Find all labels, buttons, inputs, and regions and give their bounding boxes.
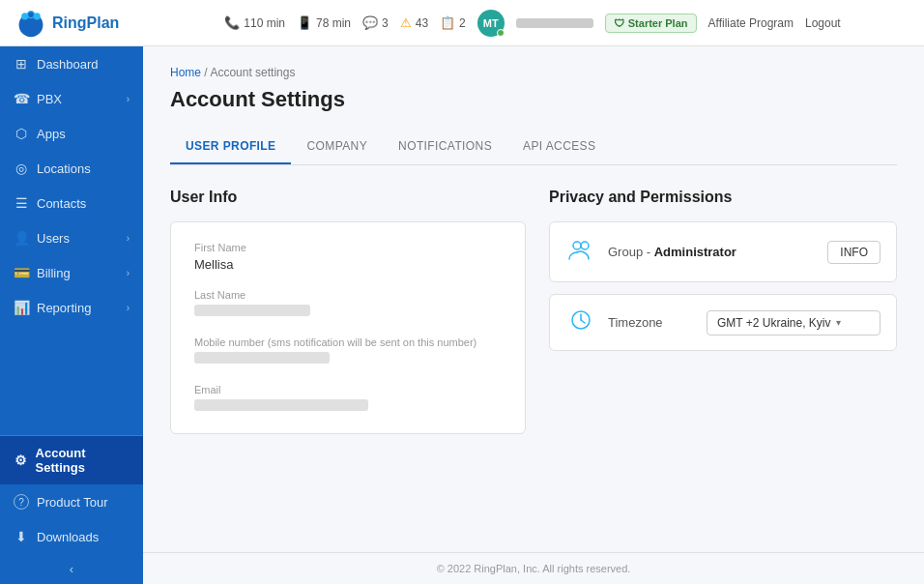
- sidebar-item-product-tour[interactable]: ? Product Tour: [0, 484, 143, 519]
- logo-text: RingPlan: [52, 15, 119, 32]
- content: Home / Account settings Account Settings…: [143, 46, 924, 584]
- last-name-blur: [194, 305, 310, 316]
- sidebar-item-pbx[interactable]: ☎ PBX ›: [0, 81, 143, 116]
- message-icon: 📋: [440, 15, 455, 30]
- last-name-value: [194, 305, 502, 319]
- contacts-icon: ☰: [14, 195, 29, 211]
- dashboard-icon: ⊞: [14, 56, 29, 72]
- sidebar-item-label: Dashboard: [37, 57, 99, 72]
- call-out-icon: 📱: [297, 15, 312, 30]
- users-icon: 👤: [14, 230, 29, 246]
- stat-calls-in-value: 110 min: [244, 16, 285, 30]
- breadcrumb-home[interactable]: Home: [170, 66, 201, 79]
- chevron-right-icon: ›: [127, 303, 130, 313]
- sidebar-item-label: Users: [37, 231, 70, 246]
- chevron-right-icon: ›: [127, 233, 130, 244]
- privacy-section: Privacy and Permissions Gr: [549, 189, 897, 363]
- sidebar-collapse-button[interactable]: ‹: [0, 554, 143, 584]
- sidebar-item-label: Contacts: [37, 196, 86, 211]
- chevron-down-icon: ▾: [836, 317, 841, 328]
- mobile-label: Mobile number (sms notification will be …: [194, 336, 502, 348]
- timezone-item: Timezone GMT +2 Ukraine, Kyiv ▾: [549, 294, 897, 351]
- svg-point-4: [573, 242, 581, 249]
- sidebar-item-dashboard[interactable]: ⊞ Dashboard: [0, 46, 143, 81]
- sidebar: ⊞ Dashboard ☎ PBX › ⬡ Apps ◎ Locations ☰…: [0, 46, 143, 584]
- last-name-field: Last Name: [194, 289, 502, 319]
- sidebar-item-locations[interactable]: ◎ Locations: [0, 151, 143, 186]
- breadcrumb-separator: /: [204, 66, 207, 79]
- pbx-icon: ☎: [14, 91, 29, 106]
- avatar[interactable]: MT: [477, 10, 505, 37]
- sidebar-item-apps[interactable]: ⬡ Apps: [0, 116, 143, 151]
- plan-label: Starter Plan: [628, 17, 688, 29]
- page-title: Account Settings: [170, 87, 897, 112]
- footer: © 2022 RingPlan, Inc. All rights reserve…: [143, 552, 924, 584]
- location-icon: ◎: [14, 161, 29, 176]
- sidebar-item-billing[interactable]: 💳 Billing ›: [0, 255, 143, 290]
- plan-badge[interactable]: 🛡 Starter Plan: [605, 14, 697, 33]
- user-name: [516, 18, 593, 28]
- sidebar-item-downloads[interactable]: ⬇ Downloads: [0, 519, 143, 554]
- user-info-section: User Info First Name Mellisa Last Name: [170, 189, 526, 434]
- sidebar-item-label: Downloads: [37, 530, 99, 544]
- svg-point-5: [581, 242, 589, 249]
- breadcrumb-current: Account settings: [210, 66, 295, 79]
- stat-messages-value: 2: [459, 16, 466, 30]
- sidebar-item-contacts[interactable]: ☰ Contacts: [0, 186, 143, 220]
- alert-icon: ⚠: [400, 15, 412, 30]
- sidebar-item-account-settings[interactable]: ⚙ Account Settings: [0, 436, 143, 484]
- tab-notifications[interactable]: NOTIFICATIONS: [383, 130, 507, 164]
- sidebar-item-users[interactable]: 👤 Users ›: [0, 220, 143, 255]
- first-name-field: First Name Mellisa: [194, 242, 502, 272]
- stat-calls-out: 📱 78 min: [297, 15, 351, 30]
- affiliate-link[interactable]: Affiliate Program: [708, 16, 794, 30]
- sidebar-item-label: Product Tour: [37, 495, 107, 510]
- tab-user-profile[interactable]: USER PROFILE: [170, 130, 291, 164]
- mobile-blur: [194, 352, 330, 364]
- stat-voicemail: 💬 3: [362, 15, 389, 30]
- mobile-field: Mobile number (sms notification will be …: [194, 336, 502, 366]
- reporting-icon: 📊: [14, 300, 29, 315]
- two-col-layout: User Info First Name Mellisa Last Name: [170, 189, 897, 434]
- logo: RingPlan: [15, 8, 141, 39]
- avatar-initials: MT: [483, 17, 499, 29]
- download-icon: ⬇: [14, 529, 29, 544]
- sidebar-item-label: Apps: [37, 127, 66, 141]
- stat-alerts: ⚠ 43: [400, 15, 428, 30]
- tab-company[interactable]: COMPANY: [291, 130, 383, 164]
- stat-calls-out-value: 78 min: [316, 16, 351, 30]
- sidebar-item-label: Reporting: [37, 301, 91, 315]
- user-info-card: First Name Mellisa Last Name Mobile numb…: [170, 221, 526, 434]
- content-inner: Home / Account settings Account Settings…: [143, 46, 924, 552]
- collapse-icon: ‹: [70, 562, 73, 576]
- svg-point-3: [34, 13, 41, 19]
- first-name-label: First Name: [194, 242, 502, 253]
- apps-icon: ⬡: [14, 126, 29, 141]
- user-info-title: User Info: [170, 189, 526, 206]
- timezone-select[interactable]: GMT +2 Ukraine, Kyiv ▾: [707, 310, 881, 336]
- call-in-icon: 📞: [224, 15, 240, 30]
- email-label: Email: [194, 384, 502, 395]
- sidebar-item-label: Account Settings: [36, 446, 130, 475]
- timezone-value: GMT +2 Ukraine, Kyiv: [717, 316, 830, 330]
- logo-icon: [15, 8, 46, 39]
- last-name-label: Last Name: [194, 289, 502, 301]
- group-value: Administrator: [654, 245, 736, 259]
- clock-icon: [565, 308, 596, 336]
- logout-link[interactable]: Logout: [805, 16, 841, 30]
- tab-api-access[interactable]: API ACCESS: [507, 130, 611, 164]
- tabs: USER PROFILE COMPANY NOTIFICATIONS API A…: [170, 130, 897, 165]
- group-label: Group - Administrator: [608, 245, 816, 259]
- chevron-right-icon: ›: [127, 268, 130, 278]
- help-icon: ?: [14, 494, 29, 510]
- sidebar-item-reporting[interactable]: 📊 Reporting ›: [0, 290, 143, 325]
- email-value: [194, 399, 502, 414]
- svg-line-8: [581, 320, 585, 323]
- stat-messages: 📋 2: [440, 15, 466, 30]
- first-name-value: Mellisa: [194, 257, 502, 272]
- sidebar-item-label: Locations: [37, 161, 91, 176]
- voicemail-icon: 💬: [362, 15, 378, 30]
- chevron-right-icon: ›: [127, 94, 130, 104]
- stat-voicemail-value: 3: [382, 16, 389, 30]
- info-button[interactable]: INFO: [827, 241, 881, 264]
